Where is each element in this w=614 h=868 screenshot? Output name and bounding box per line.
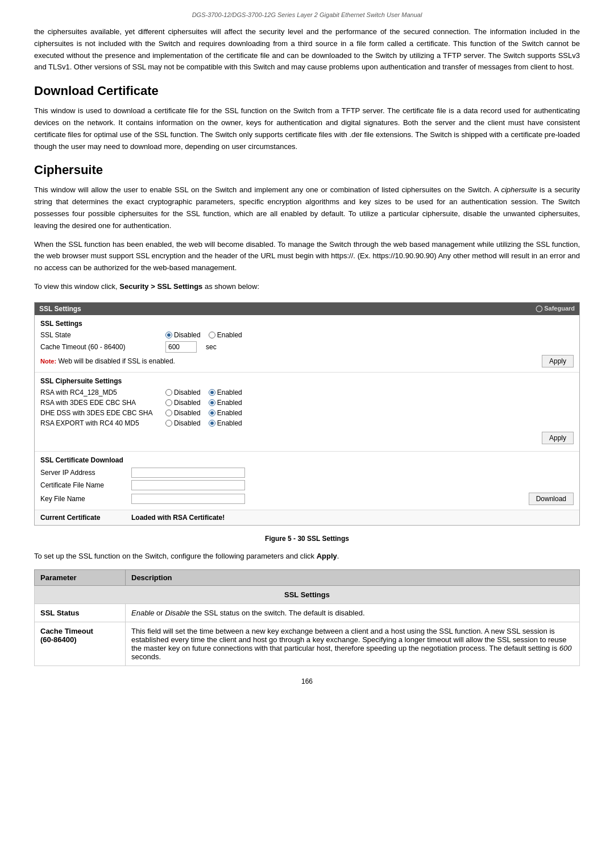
ssl-state-controls[interactable]: Disabled Enabled <box>165 331 242 339</box>
ssl-status-desc: Enable or Disable the SSL status on the … <box>126 604 580 622</box>
ssl-box-header: SSL Settings ◯ Safeguard <box>35 303 579 315</box>
ssl-status-row: SSL Status Enable or Disable the SSL sta… <box>35 604 580 622</box>
cipher-row-3: RSA EXPORT with RC4 40 MD5 Disabled Enab… <box>40 419 574 427</box>
server-ip-row: Server IP Address <box>40 468 574 478</box>
server-ip-input[interactable] <box>131 468 245 478</box>
view-instruction: To view this window click, Security > SS… <box>34 281 580 293</box>
cipher-apply-button[interactable]: Apply <box>542 432 574 444</box>
current-cert-label: Current Certificate <box>40 514 131 522</box>
download-cert-paragraph: This window is used to download a certif… <box>34 105 580 152</box>
ciphersuite-paragraph1: This window will allow the user to enabl… <box>34 184 580 232</box>
note-apply-row: Note: Web will be disabled if SSL is ena… <box>40 355 574 367</box>
ssl-settings-section-header: SSL Settings <box>35 585 580 604</box>
page-number: 166 <box>34 677 580 685</box>
cipher-disabled-1[interactable]: Disabled <box>165 399 201 407</box>
cipher-disabled-0[interactable]: Disabled <box>165 388 201 396</box>
ssl-enabled-label: Enabled <box>217 331 242 339</box>
enabled-label-3: Enabled <box>217 419 242 427</box>
cache-timeout-param: Cache Timeout(60-86400) <box>35 622 126 666</box>
cache-timeout-row: Cache Timeout (60 - 86400) sec <box>40 341 574 353</box>
key-file-row: Key File Name Download <box>40 493 574 505</box>
cipher-enabled-1[interactable]: Enabled <box>209 399 242 407</box>
cipher-label-2: DHE DSS with 3DES EDE CBC SHA <box>40 409 165 417</box>
cipher-disabled-3[interactable]: Disabled <box>165 419 201 427</box>
sec-label: sec <box>206 343 217 351</box>
cipher-controls-3[interactable]: Disabled Enabled <box>165 419 242 427</box>
cache-timeout-table-row: Cache Timeout(60-86400) This field will … <box>35 622 580 666</box>
ciphersuite-title: Ciphersuite <box>34 163 580 177</box>
ssl-state-row: SSL State Disabled Enabled <box>40 331 574 339</box>
ssl-state-label: SSL State <box>40 331 165 339</box>
cipher-enabled-2[interactable]: Enabled <box>209 409 242 417</box>
note-text: Note: Web will be disabled if SSL is ena… <box>40 357 175 365</box>
cert-file-input[interactable] <box>131 480 245 490</box>
server-ip-label: Server IP Address <box>40 469 131 477</box>
intro-paragraph: the ciphersuites available, yet differen… <box>34 26 580 73</box>
cipher-enabled-0[interactable]: Enabled <box>209 388 242 396</box>
desc-col-header: Description <box>126 569 580 585</box>
cipher-row-2: DHE DSS with 3DES EDE CBC SHA Disabled E… <box>40 409 574 417</box>
doc-header: DGS-3700-12/DGS-3700-12G Series Layer 2 … <box>34 11 580 18</box>
cert-section-title: SSL Certificate Download <box>40 456 574 464</box>
ssl-disabled-label: Disabled <box>174 331 201 339</box>
key-file-label: Key File Name <box>40 495 131 503</box>
cipher-controls-2[interactable]: Disabled Enabled <box>165 409 242 417</box>
cache-timeout-label: Cache Timeout (60 - 86400) <box>40 343 165 351</box>
cipher-row-1: RSA with 3DES EDE CBC SHA Disabled Enabl… <box>40 399 574 407</box>
cache-timeout-controls: sec <box>165 341 574 353</box>
cipher-disabled-2[interactable]: Disabled <box>165 409 201 417</box>
cipher-controls-1[interactable]: Disabled Enabled <box>165 399 242 407</box>
ssl-safeguard: ◯ Safeguard <box>536 305 575 312</box>
current-cert-row: Current Certificate Loaded with RSA Cert… <box>35 510 579 525</box>
cipher-label-1: RSA with 3DES EDE CBC SHA <box>40 399 165 407</box>
ssl-apply-button[interactable]: Apply <box>542 355 574 367</box>
download-cert-title: Download Certificate <box>34 84 580 98</box>
enabled-label-0: Enabled <box>217 388 242 396</box>
cert-file-row: Certificate File Name <box>40 480 574 490</box>
ssl-settings-section-title: SSL Settings <box>40 320 574 328</box>
ssl-status-param: SSL Status <box>35 604 126 622</box>
ciphersuite-section-title: SSL Ciphersuite Settings <box>40 377 574 385</box>
cert-file-label: Certificate File Name <box>40 481 131 489</box>
ssl-settings-section-row: SSL Settings <box>35 585 580 604</box>
param-col-header: Parameter <box>35 569 126 585</box>
current-cert-value: Loaded with RSA Certificate! <box>131 514 225 522</box>
ssl-settings-section: SSL Settings SSL State Disabled Enabled … <box>35 315 579 373</box>
cipher-controls-0[interactable]: Disabled Enabled <box>165 388 242 396</box>
param-table: Parameter Description SSL Settings SSL S… <box>34 569 580 666</box>
cipher-enabled-3[interactable]: Enabled <box>209 419 242 427</box>
cipher-label-3: RSA EXPORT with RC4 40 MD5 <box>40 419 165 427</box>
cert-download-section: SSL Certificate Download Server IP Addre… <box>35 452 579 510</box>
figure-caption: Figure 5 - 30 SSL Settings <box>34 535 580 543</box>
setup-instruction: To set up the SSL function on the Switch… <box>34 551 580 563</box>
ciphersuite-paragraph2: When the SSL function has been enabled, … <box>34 239 580 274</box>
enabled-label-2: Enabled <box>217 409 242 417</box>
download-button[interactable]: Download <box>529 493 574 505</box>
key-file-input[interactable] <box>131 494 245 504</box>
ssl-enabled-radio[interactable]: Enabled <box>209 331 242 339</box>
ssl-box-title: SSL Settings <box>39 305 81 313</box>
enabled-label-1: Enabled <box>217 399 242 407</box>
cipher-label-0: RSA with RC4_128_MD5 <box>40 388 165 396</box>
cipher-apply-row: Apply <box>40 429 574 447</box>
ssl-ciphersuite-section: SSL Ciphersuite Settings RSA with RC4_12… <box>35 373 579 452</box>
cache-timeout-input[interactable] <box>165 341 197 353</box>
cipher-row-0: RSA with RC4_128_MD5 Disabled Enabled <box>40 388 574 396</box>
ssl-disabled-radio[interactable]: Disabled <box>165 331 201 339</box>
ssl-settings-box: SSL Settings ◯ Safeguard SSL Settings SS… <box>34 302 580 526</box>
cache-timeout-desc: This field will set the time between a n… <box>126 622 580 666</box>
